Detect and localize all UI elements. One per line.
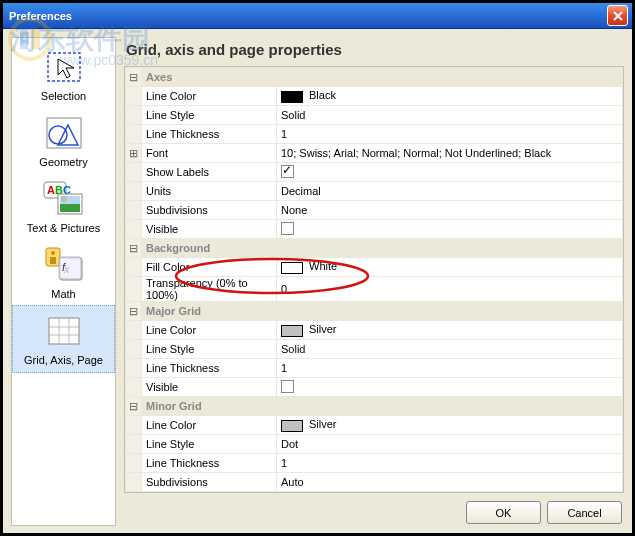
category-text-pictures[interactable]: ABC Text & Pictures <box>12 174 115 240</box>
prop-label: Transparency (0% to 100%) <box>142 277 277 302</box>
prop-value[interactable]: Auto <box>277 473 623 492</box>
prop-value[interactable]: Dot <box>277 435 623 454</box>
prop-label: Line Style <box>142 435 277 454</box>
prop-value[interactable]: Solid <box>277 340 623 359</box>
prop-value-checkbox[interactable] <box>277 220 623 239</box>
prop-label: Line Thickness <box>142 454 277 473</box>
prop-label: Units <box>142 182 277 201</box>
svg-rect-11 <box>50 257 56 264</box>
prop-label: Line Style <box>142 340 277 359</box>
prop-value-line-color[interactable]: Black <box>277 87 623 106</box>
prop-value[interactable]: Solid <box>277 106 623 125</box>
prop-label: Font <box>142 144 277 163</box>
category-label: Geometry <box>39 156 87 168</box>
prop-value-checkbox[interactable] <box>277 163 623 182</box>
prop-label: Line Thickness <box>142 125 277 144</box>
prop-value[interactable]: 1 <box>277 359 623 378</box>
close-button[interactable] <box>607 5 628 26</box>
prop-value[interactable]: None <box>277 201 623 220</box>
group-major: Major Grid <box>142 302 623 321</box>
group-minor: Minor Grid <box>142 397 623 416</box>
prop-value-fill-color[interactable]: White <box>277 258 623 277</box>
prop-label: Line Color <box>142 87 277 106</box>
ok-button[interactable]: OK <box>466 501 541 524</box>
geometry-icon <box>40 112 88 154</box>
category-selection[interactable]: Selection <box>12 42 115 108</box>
prop-value-line-color[interactable]: Silver <box>277 321 623 340</box>
page-heading: Grid, axis and page properties <box>124 37 624 66</box>
grid-icon <box>40 310 88 352</box>
expander-axes[interactable]: ⊟ <box>126 68 142 87</box>
category-grid-axis-page[interactable]: Grid, Axis, Page <box>12 305 115 373</box>
prop-label: Fill Color <box>142 258 277 277</box>
expander-minor[interactable]: ⊟ <box>126 397 142 416</box>
prop-label: Subdivisions <box>142 201 277 220</box>
prop-value[interactable]: 0 <box>277 277 623 302</box>
prop-value[interactable]: 10; Swiss; Arial; Normal; Normal; Not Un… <box>277 144 623 163</box>
svg-rect-16 <box>49 318 79 344</box>
close-icon <box>613 11 623 21</box>
prop-value-checkbox[interactable] <box>277 378 623 397</box>
group-background: Background <box>142 239 623 258</box>
prop-label: Visible <box>142 220 277 239</box>
category-list: Selection Geometry ABC Text & Pictures <box>11 37 116 526</box>
selection-icon <box>40 46 88 88</box>
titlebar: Preferences <box>3 3 632 29</box>
prop-value[interactable]: 1 <box>277 125 623 144</box>
svg-point-10 <box>51 251 55 255</box>
prop-value[interactable]: Decimal <box>277 182 623 201</box>
category-label: Selection <box>41 90 86 102</box>
svg-rect-6 <box>60 204 80 212</box>
prop-value-line-color[interactable]: Silver <box>277 416 623 435</box>
text-pictures-icon: ABC <box>40 178 88 220</box>
expander-font[interactable]: ⊞ <box>126 144 142 163</box>
expander-background[interactable]: ⊟ <box>126 239 142 258</box>
group-axes: Axes <box>142 68 623 87</box>
math-icon: xf <box>40 244 88 286</box>
prop-label: Line Style <box>142 106 277 125</box>
prop-label: Subdivisions <box>142 473 277 492</box>
prop-label: Show Labels <box>142 163 277 182</box>
category-label: Text & Pictures <box>27 222 100 234</box>
category-math[interactable]: xf Math <box>12 240 115 306</box>
prop-label: Line Thickness <box>142 359 277 378</box>
cancel-button[interactable]: Cancel <box>547 501 622 524</box>
property-grid: ⊟Axes Line ColorBlack Line StyleSolid Li… <box>124 66 624 493</box>
svg-rect-8 <box>60 196 80 204</box>
window-title: Preferences <box>7 10 607 22</box>
expander-major[interactable]: ⊟ <box>126 302 142 321</box>
prop-label: Line Color <box>142 321 277 340</box>
prop-label: Visible <box>142 378 277 397</box>
category-geometry[interactable]: Geometry <box>12 108 115 174</box>
category-label: Grid, Axis, Page <box>24 354 103 366</box>
prop-label: Line Color <box>142 416 277 435</box>
category-label: Math <box>51 288 75 300</box>
prop-value[interactable]: 1 <box>277 454 623 473</box>
